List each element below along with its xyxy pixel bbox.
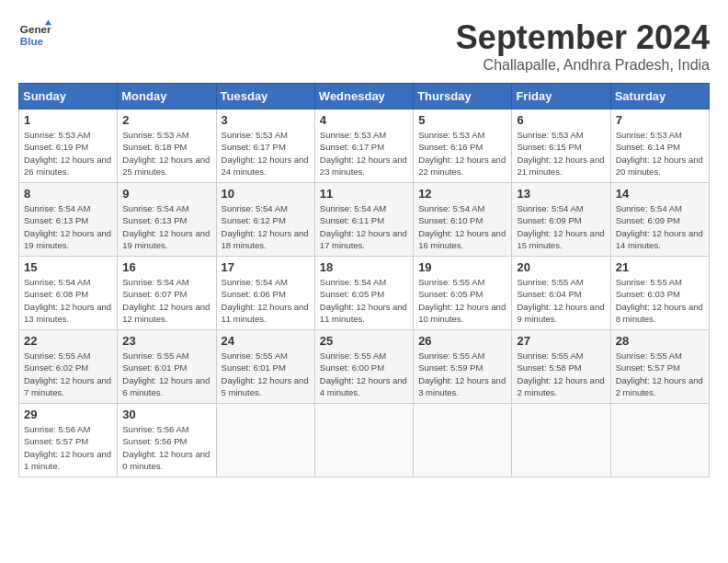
day-number: 5 <box>418 113 506 127</box>
svg-text:Blue: Blue <box>20 35 44 47</box>
calendar-cell <box>314 404 413 477</box>
day-number: 18 <box>320 260 408 274</box>
calendar-cell: 14 Sunrise: 5:54 AMSunset: 6:09 PMDaylig… <box>610 183 709 257</box>
calendar-cell: 22 Sunrise: 5:55 AMSunset: 6:02 PMDaylig… <box>19 330 118 404</box>
day-info: Sunrise: 5:53 AMSunset: 6:18 PMDaylight:… <box>122 129 210 178</box>
calendar-cell: 30 Sunrise: 5:56 AMSunset: 5:56 PMDaylig… <box>118 404 216 477</box>
calendar-cell <box>216 404 314 477</box>
calendar-header-row: SundayMondayTuesdayWednesdayThursdayFrid… <box>19 84 710 109</box>
calendar-cell: 18 Sunrise: 5:54 AMSunset: 6:05 PMDaylig… <box>314 257 413 330</box>
day-number: 16 <box>122 260 210 274</box>
day-info: Sunrise: 5:54 AMSunset: 6:13 PMDaylight:… <box>24 202 112 251</box>
day-info: Sunrise: 5:54 AMSunset: 6:07 PMDaylight:… <box>122 276 210 325</box>
calendar-cell: 21 Sunrise: 5:55 AMSunset: 6:03 PMDaylig… <box>610 257 709 330</box>
calendar-week-2: 8 Sunrise: 5:54 AMSunset: 6:13 PMDayligh… <box>19 183 710 257</box>
calendar-cell: 20 Sunrise: 5:55 AMSunset: 6:04 PMDaylig… <box>512 257 610 330</box>
day-info: Sunrise: 5:55 AMSunset: 6:04 PMDaylight:… <box>517 276 605 325</box>
day-info: Sunrise: 5:55 AMSunset: 6:01 PMDaylight:… <box>122 350 210 398</box>
calendar-cell: 25 Sunrise: 5:55 AMSunset: 6:00 PMDaylig… <box>314 330 413 404</box>
day-number: 29 <box>24 408 112 421</box>
day-number: 10 <box>222 187 310 201</box>
calendar-cell: 9 Sunrise: 5:54 AMSunset: 6:13 PMDayligh… <box>118 183 216 257</box>
col-header-thursday: Thursday <box>414 84 512 109</box>
calendar-cell: 13 Sunrise: 5:54 AMSunset: 6:09 PMDaylig… <box>512 183 610 257</box>
calendar-cell: 2 Sunrise: 5:53 AMSunset: 6:18 PMDayligh… <box>118 109 216 183</box>
day-info: Sunrise: 5:54 AMSunset: 6:09 PMDaylight:… <box>517 202 605 251</box>
day-number: 14 <box>616 187 704 201</box>
day-number: 19 <box>418 260 506 274</box>
day-info: Sunrise: 5:54 AMSunset: 6:12 PMDaylight:… <box>222 202 310 251</box>
col-header-sunday: Sunday <box>19 84 118 109</box>
day-number: 25 <box>320 334 408 348</box>
calendar-cell: 23 Sunrise: 5:55 AMSunset: 6:01 PMDaylig… <box>118 330 216 404</box>
calendar-cell: 29 Sunrise: 5:56 AMSunset: 5:57 PMDaylig… <box>19 404 118 477</box>
calendar-cell: 10 Sunrise: 5:54 AMSunset: 6:12 PMDaylig… <box>216 183 314 257</box>
calendar-week-5: 29 Sunrise: 5:56 AMSunset: 5:57 PMDaylig… <box>19 404 710 477</box>
day-number: 22 <box>24 334 112 348</box>
calendar-cell: 27 Sunrise: 5:55 AMSunset: 5:58 PMDaylig… <box>512 330 610 404</box>
day-info: Sunrise: 5:55 AMSunset: 6:05 PMDaylight:… <box>418 276 506 325</box>
calendar-cell: 3 Sunrise: 5:53 AMSunset: 6:17 PMDayligh… <box>216 109 314 183</box>
calendar-week-3: 15 Sunrise: 5:54 AMSunset: 6:08 PMDaylig… <box>19 257 710 330</box>
calendar-cell: 17 Sunrise: 5:54 AMSunset: 6:06 PMDaylig… <box>216 257 314 330</box>
calendar-cell: 1 Sunrise: 5:53 AMSunset: 6:19 PMDayligh… <box>19 109 118 183</box>
day-info: Sunrise: 5:53 AMSunset: 6:15 PMDaylight:… <box>517 129 605 178</box>
col-header-saturday: Saturday <box>610 84 709 109</box>
day-info: Sunrise: 5:54 AMSunset: 6:09 PMDaylight:… <box>616 202 704 251</box>
day-number: 1 <box>24 113 112 127</box>
calendar-cell: 5 Sunrise: 5:53 AMSunset: 6:16 PMDayligh… <box>414 109 512 183</box>
calendar-cell: 26 Sunrise: 5:55 AMSunset: 5:59 PMDaylig… <box>414 330 512 404</box>
day-number: 8 <box>24 187 112 201</box>
day-number: 27 <box>517 334 605 348</box>
day-number: 2 <box>122 113 210 127</box>
col-header-tuesday: Tuesday <box>216 84 314 109</box>
day-number: 20 <box>517 260 605 274</box>
calendar-cell <box>512 404 610 477</box>
calendar-cell <box>610 404 709 477</box>
day-info: Sunrise: 5:54 AMSunset: 6:08 PMDaylight:… <box>24 276 112 325</box>
title-section: September 2024 Challapalle, Andhra Prade… <box>456 18 710 74</box>
month-year-title: September 2024 <box>456 18 710 57</box>
day-number: 30 <box>122 408 210 421</box>
day-info: Sunrise: 5:54 AMSunset: 6:05 PMDaylight:… <box>320 276 408 325</box>
day-info: Sunrise: 5:55 AMSunset: 5:59 PMDaylight:… <box>418 350 506 398</box>
location-subtitle: Challapalle, Andhra Pradesh, India <box>456 57 710 74</box>
day-number: 21 <box>616 260 704 274</box>
col-header-wednesday: Wednesday <box>314 84 413 109</box>
calendar-cell: 4 Sunrise: 5:53 AMSunset: 6:17 PMDayligh… <box>314 109 413 183</box>
calendar-cell: 19 Sunrise: 5:55 AMSunset: 6:05 PMDaylig… <box>414 257 512 330</box>
day-number: 28 <box>616 334 704 348</box>
day-info: Sunrise: 5:55 AMSunset: 5:58 PMDaylight:… <box>517 350 605 398</box>
calendar-week-4: 22 Sunrise: 5:55 AMSunset: 6:02 PMDaylig… <box>19 330 710 404</box>
day-info: Sunrise: 5:56 AMSunset: 5:56 PMDaylight:… <box>122 423 210 472</box>
day-info: Sunrise: 5:54 AMSunset: 6:10 PMDaylight:… <box>418 202 506 251</box>
calendar-cell: 28 Sunrise: 5:55 AMSunset: 5:57 PMDaylig… <box>610 330 709 404</box>
day-number: 13 <box>517 187 605 201</box>
day-info: Sunrise: 5:54 AMSunset: 6:11 PMDaylight:… <box>320 202 408 251</box>
calendar-table: SundayMondayTuesdayWednesdayThursdayFrid… <box>18 83 710 477</box>
day-number: 12 <box>418 187 506 201</box>
calendar-cell: 24 Sunrise: 5:55 AMSunset: 6:01 PMDaylig… <box>216 330 314 404</box>
day-info: Sunrise: 5:53 AMSunset: 6:19 PMDaylight:… <box>24 129 112 178</box>
day-info: Sunrise: 5:55 AMSunset: 5:57 PMDaylight:… <box>616 350 704 398</box>
day-number: 4 <box>320 113 408 127</box>
col-header-friday: Friday <box>512 84 610 109</box>
day-info: Sunrise: 5:54 AMSunset: 6:06 PMDaylight:… <box>222 276 310 325</box>
day-info: Sunrise: 5:53 AMSunset: 6:14 PMDaylight:… <box>616 129 704 178</box>
logo-icon: General Blue <box>18 18 51 52</box>
calendar-week-1: 1 Sunrise: 5:53 AMSunset: 6:19 PMDayligh… <box>19 109 710 183</box>
day-info: Sunrise: 5:55 AMSunset: 6:00 PMDaylight:… <box>320 350 408 398</box>
day-number: 11 <box>320 187 408 201</box>
day-info: Sunrise: 5:55 AMSunset: 6:01 PMDaylight:… <box>222 350 310 398</box>
calendar-cell: 12 Sunrise: 5:54 AMSunset: 6:10 PMDaylig… <box>414 183 512 257</box>
page-header: General Blue September 2024 Challapalle,… <box>18 18 710 74</box>
calendar-cell: 16 Sunrise: 5:54 AMSunset: 6:07 PMDaylig… <box>118 257 216 330</box>
calendar-cell: 11 Sunrise: 5:54 AMSunset: 6:11 PMDaylig… <box>314 183 413 257</box>
day-info: Sunrise: 5:53 AMSunset: 6:16 PMDaylight:… <box>418 129 506 178</box>
day-info: Sunrise: 5:56 AMSunset: 5:57 PMDaylight:… <box>24 423 112 472</box>
calendar-cell: 8 Sunrise: 5:54 AMSunset: 6:13 PMDayligh… <box>19 183 118 257</box>
day-number: 15 <box>24 260 112 274</box>
day-number: 9 <box>122 187 210 201</box>
calendar-cell <box>414 404 512 477</box>
calendar-cell: 15 Sunrise: 5:54 AMSunset: 6:08 PMDaylig… <box>19 257 118 330</box>
